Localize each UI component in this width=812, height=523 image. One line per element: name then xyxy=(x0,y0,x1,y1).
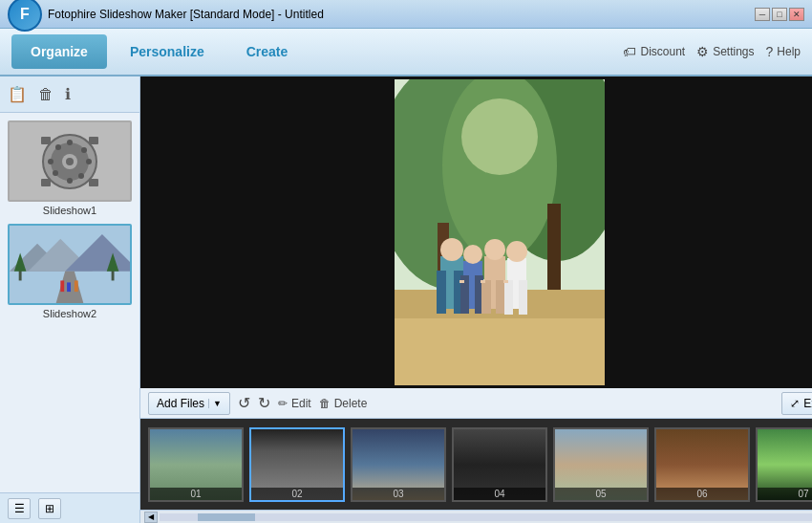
maximize-button[interactable]: □ xyxy=(772,8,787,21)
minimize-button[interactable]: ─ xyxy=(755,8,770,21)
filmstrip-label-01: 01 xyxy=(150,488,242,500)
film-reel-icon xyxy=(41,133,98,190)
info-slideshow-icon[interactable]: ℹ xyxy=(65,85,71,103)
svg-point-11 xyxy=(86,159,92,164)
add-files-label: Add Files xyxy=(157,397,204,410)
filmstrip-thumb-image-07 xyxy=(758,430,812,488)
toolbar-tabs: Organize Personalize Create xyxy=(11,34,307,69)
filmstrip-label-02: 02 xyxy=(251,488,343,500)
slideshow-thumb-2 xyxy=(8,224,132,305)
svg-rect-56 xyxy=(150,430,242,488)
svg-rect-51 xyxy=(504,280,513,315)
svg-point-50 xyxy=(506,241,527,262)
svg-rect-58 xyxy=(353,430,444,488)
help-label: Help xyxy=(777,45,801,58)
add-files-button[interactable]: Add Files ▼ xyxy=(148,392,230,415)
edit-button[interactable]: ✏ Edit xyxy=(278,397,311,410)
svg-rect-5 xyxy=(89,137,98,144)
edit-icon: ✏ xyxy=(278,397,288,410)
filmstrip-item-05[interactable]: 05 xyxy=(553,427,649,502)
toolbar-actions: 🏷 Discount ⚙ Settings ? Help xyxy=(623,44,801,59)
filmstrip-item-07[interactable]: 07 xyxy=(756,427,812,502)
left-panel: 📋 🗑 ℹ xyxy=(0,76,140,523)
filmstrip-label-05: 05 xyxy=(555,488,647,500)
expand-label: Expand xyxy=(803,397,812,410)
filmstrip-thumb-image-04 xyxy=(454,430,545,488)
svg-point-13 xyxy=(78,173,84,179)
window-controls[interactable]: ─ □ ✕ xyxy=(755,8,804,21)
slideshow-item-2[interactable]: Slideshow2 xyxy=(8,224,132,319)
svg-point-3 xyxy=(66,158,74,165)
svg-rect-52 xyxy=(519,280,527,315)
svg-rect-62 xyxy=(758,430,812,488)
preview-area xyxy=(140,76,812,388)
slideshow-thumb-1 xyxy=(8,120,132,202)
slideshow-label-1: Slideshow1 xyxy=(43,205,96,216)
filmstrip-item-06[interactable]: 06 xyxy=(654,427,750,502)
add-slideshow-icon[interactable]: 📋 xyxy=(8,85,27,103)
expand-icon: ⤢ xyxy=(790,397,800,410)
expand-button[interactable]: ⤢ Expand xyxy=(781,392,812,415)
svg-rect-47 xyxy=(481,280,491,314)
filmstrip-label-04: 04 xyxy=(454,488,545,500)
svg-rect-6 xyxy=(41,179,51,186)
add-files-dropdown-icon[interactable]: ▼ xyxy=(208,399,222,408)
rotate-right-button[interactable]: ↻ xyxy=(258,394,270,412)
svg-rect-26 xyxy=(67,282,71,292)
discount-icon: 🏷 xyxy=(623,44,636,59)
scroll-track xyxy=(160,513,812,521)
left-toolbar: 📋 🗑 ℹ xyxy=(0,76,139,113)
close-button[interactable]: ✕ xyxy=(789,8,804,21)
rotate-left-icon: ↺ xyxy=(238,394,250,412)
grid-view-button[interactable]: ⊞ xyxy=(38,498,61,519)
filmstrip-scrollbar: ◀ ▶ xyxy=(140,510,812,523)
filmstrip-thumb-image-05 xyxy=(555,430,647,488)
svg-point-14 xyxy=(53,170,58,176)
settings-label: Settings xyxy=(713,45,754,58)
rotate-right-icon: ↻ xyxy=(258,394,270,412)
svg-point-12 xyxy=(55,144,61,150)
filmstrip-toolbar: Add Files ▼ ↺ ↻ ✏ Edit 🗑 Delete ⤢ Expand xyxy=(140,388,812,419)
left-bottom-toolbar: ☰ ⊞ xyxy=(0,492,139,523)
svg-point-15 xyxy=(81,147,87,153)
filmstrip-thumb-image-03 xyxy=(353,430,444,488)
svg-rect-60 xyxy=(555,430,647,488)
delete-slideshow-icon[interactable]: 🗑 xyxy=(38,86,53,103)
svg-point-46 xyxy=(484,239,505,260)
tab-create[interactable]: Create xyxy=(227,34,308,69)
discount-button[interactable]: 🏷 Discount xyxy=(623,44,685,59)
filmstrip-item-01[interactable]: 01 xyxy=(148,427,244,502)
slideshow-item-1[interactable]: Slideshow1 xyxy=(8,120,132,216)
help-button[interactable]: ? Help xyxy=(766,44,801,59)
title-bar-left: F Fotophire Slideshow Maker [Standard Mo… xyxy=(8,0,324,32)
filmstrip-item-03[interactable]: 03 xyxy=(351,427,446,502)
tab-organize[interactable]: Organize xyxy=(11,34,107,69)
delete-icon: 🗑 xyxy=(319,397,331,410)
list-view-button[interactable]: ☰ xyxy=(8,498,31,519)
filmstrip-item-02[interactable]: 02 xyxy=(249,427,345,502)
svg-rect-27 xyxy=(75,280,78,292)
svg-rect-48 xyxy=(496,280,505,314)
svg-point-38 xyxy=(440,238,463,261)
help-icon: ? xyxy=(766,44,774,59)
discount-label: Discount xyxy=(640,45,685,58)
delete-button[interactable]: 🗑 Delete xyxy=(319,397,368,410)
slideshow-list: Slideshow1 xyxy=(0,113,139,492)
svg-rect-61 xyxy=(656,430,748,488)
filmstrip-item-04[interactable]: 04 xyxy=(452,427,547,502)
svg-rect-54 xyxy=(481,280,485,283)
edit-label: Edit xyxy=(291,397,311,410)
preview-image xyxy=(395,79,605,385)
svg-point-10 xyxy=(48,159,53,164)
settings-button[interactable]: ⚙ Settings xyxy=(696,44,754,59)
scroll-thumb[interactable] xyxy=(198,513,255,521)
rotate-left-button[interactable]: ↺ xyxy=(238,394,250,412)
app-logo: F xyxy=(8,0,42,32)
filmstrip-thumb-image-06 xyxy=(656,430,748,488)
tab-personalize[interactable]: Personalize xyxy=(111,34,224,69)
filmstrip-thumb-image-01 xyxy=(150,430,242,488)
scroll-left-button[interactable]: ◀ xyxy=(144,512,158,523)
slideshow2-preview xyxy=(10,224,130,305)
top-toolbar: Organize Personalize Create 🏷 Discount ⚙… xyxy=(0,29,812,76)
svg-rect-4 xyxy=(41,137,51,144)
